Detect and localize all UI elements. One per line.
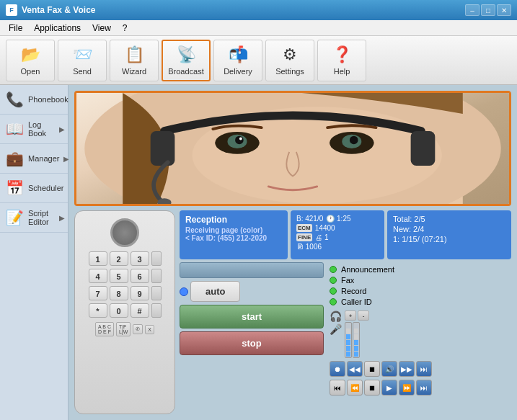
- right-panel: Reception Receiving page (color) < Fax I…: [180, 210, 511, 414]
- close-button[interactable]: ✕: [497, 4, 511, 16]
- help-label: Help: [334, 67, 350, 76]
- speed-value: 14400: [315, 224, 335, 232]
- play2-button[interactable]: ▶: [381, 380, 397, 396]
- menu-applications[interactable]: Applications: [28, 22, 87, 35]
- broadcast-button[interactable]: 📡 Broadcast: [162, 40, 211, 81]
- open-label: Open: [21, 67, 40, 76]
- send-button[interactable]: 📨 Send: [58, 40, 107, 81]
- delivery-icon: 📬: [229, 45, 248, 64]
- title-bar: F Venta Fax & Voice – □ ✕: [0, 0, 517, 20]
- wizard-button[interactable]: 📋 Wizard: [110, 40, 159, 81]
- auto-button[interactable]: auto: [190, 281, 240, 302]
- letters-abc[interactable]: A B CD E F: [95, 322, 114, 336]
- total-value: Total: 2/5: [393, 215, 505, 223]
- next-ff-button[interactable]: ⏩: [399, 380, 415, 396]
- feature-record: Record: [330, 287, 511, 295]
- start-button[interactable]: start: [180, 305, 324, 329]
- key-1[interactable]: 1: [89, 251, 107, 266]
- caller-id-dot: [330, 298, 337, 305]
- vol-bar-right: [353, 322, 360, 358]
- end-button[interactable]: ⏭: [416, 380, 432, 396]
- key-hash[interactable]: #: [131, 303, 149, 318]
- stop-button[interactable]: stop: [180, 331, 324, 355]
- sidebar-item-logbook[interactable]: 📖 Log Book ▶: [0, 115, 68, 144]
- key-0[interactable]: 0: [110, 303, 128, 318]
- help-button[interactable]: ❓ Help: [317, 40, 366, 81]
- skip-forward-button[interactable]: ⏭: [416, 361, 432, 377]
- minimize-button[interactable]: –: [465, 4, 480, 16]
- record-button[interactable]: ⏺: [330, 361, 345, 377]
- logbook-icon: 📖: [6, 120, 24, 138]
- phone-foot: [114, 401, 136, 406]
- record-dot: [330, 287, 337, 295]
- sidebar-item-scheduler[interactable]: 📅 Scheduler ▶: [0, 174, 68, 203]
- key-side-3[interactable]: [151, 286, 162, 300]
- key-3[interactable]: 3: [131, 251, 149, 266]
- phonebook-icon: 📞: [6, 91, 24, 108]
- new-value: New: 2/4: [393, 225, 505, 233]
- key-6[interactable]: 6: [131, 269, 149, 283]
- announcement-label: Announcement: [341, 265, 394, 274]
- vol-up-btn[interactable]: +: [345, 310, 356, 321]
- phone-body: 1 2 3 4 5 6 7 8 9: [74, 210, 175, 414]
- stop-transport-button[interactable]: ⏹: [364, 361, 380, 377]
- key-7[interactable]: 7: [89, 286, 107, 300]
- key-9[interactable]: 9: [131, 286, 149, 300]
- key-5[interactable]: 5: [110, 269, 128, 283]
- script-editor-icon: 📝: [6, 209, 24, 226]
- features-list: Announcement Fax Record: [330, 265, 511, 306]
- transport-top: ⏺ ◀◀ ⏹ 🔊 ▶▶ ⏭: [330, 361, 511, 377]
- stop2-button[interactable]: ⏹: [364, 380, 380, 396]
- scheduler-icon: 📅: [6, 179, 24, 197]
- letters-tflw[interactable]: T|FL|W: [116, 322, 131, 336]
- vol-bar-left: [345, 322, 352, 358]
- ff-button[interactable]: ▶▶: [399, 361, 415, 377]
- key-2[interactable]: 2: [110, 251, 128, 266]
- key-star[interactable]: *: [89, 303, 107, 318]
- main-layout: 📞 Phonebook ▶ 📖 Log Book ▶ 💼 Manager ▶ 📅…: [0, 85, 517, 420]
- svg-point-7: [235, 136, 244, 145]
- vol-down-btn[interactable]: -: [358, 310, 369, 321]
- ecm-badge: ECM: [296, 224, 312, 232]
- sidebar-item-phonebook[interactable]: 📞 Phonebook ▶: [0, 85, 68, 115]
- menu-view[interactable]: View: [87, 22, 117, 35]
- broadcast-icon: 📡: [177, 45, 196, 64]
- key-side-1[interactable]: [151, 251, 162, 266]
- pages-value: 🖨 1: [315, 233, 328, 241]
- size-value: 🖹 1006: [296, 243, 322, 251]
- key-side-4[interactable]: [151, 303, 162, 318]
- menu-help[interactable]: ?: [117, 22, 133, 35]
- sidebar-item-script-editor[interactable]: 📝 Script Editor ▶: [0, 203, 68, 233]
- time-value: 🕐 1:25: [326, 215, 350, 223]
- play-button[interactable]: 🔊: [381, 361, 397, 377]
- session-value: 1: 1/15/ (07:21): [393, 235, 505, 243]
- status-detail2: < Fax ID: (455) 212-2020: [185, 234, 282, 242]
- maximize-button[interactable]: □: [481, 4, 495, 16]
- prev-button[interactable]: ⏪: [347, 380, 363, 396]
- ctrl-display: [180, 262, 324, 278]
- svg-point-9: [239, 138, 242, 140]
- feature-fax: Fax: [330, 276, 511, 285]
- reception-label: Reception: [185, 215, 282, 225]
- menu-file[interactable]: File: [3, 22, 28, 35]
- app-icon: F: [6, 4, 17, 16]
- phone-panel: 1 2 3 4 5 6 7 8 9: [74, 210, 511, 414]
- status-fax: B: 421/0 🕐 1:25 ECM 14400 FINE 🖨 1 �: [291, 210, 384, 259]
- sidebar: 📞 Phonebook ▶ 📖 Log Book ▶ 💼 Manager ▶ 📅…: [0, 85, 69, 420]
- delivery-label: Delivery: [224, 67, 252, 76]
- settings-button[interactable]: ⚙ Settings: [265, 40, 314, 81]
- letters-phone[interactable]: ✆: [133, 324, 143, 334]
- sidebar-item-manager[interactable]: 💼 Manager ▶: [0, 144, 68, 174]
- rewind-button[interactable]: ◀◀: [347, 361, 363, 377]
- key-side-2[interactable]: [151, 269, 162, 283]
- content-area: 1 2 3 4 5 6 7 8 9: [69, 85, 517, 420]
- key-8[interactable]: 8: [110, 286, 128, 300]
- key-4[interactable]: 4: [89, 269, 107, 283]
- letters-x[interactable]: X: [145, 325, 154, 334]
- menu-bar: File Applications View ?: [0, 20, 517, 36]
- broadcast-label: Broadcast: [168, 67, 204, 76]
- open-button[interactable]: 📂 Open: [6, 40, 55, 81]
- delivery-button[interactable]: 📬 Delivery: [213, 40, 262, 81]
- headset-icon: 🎧: [330, 310, 342, 322]
- skip-back-button[interactable]: ⏮: [330, 380, 345, 396]
